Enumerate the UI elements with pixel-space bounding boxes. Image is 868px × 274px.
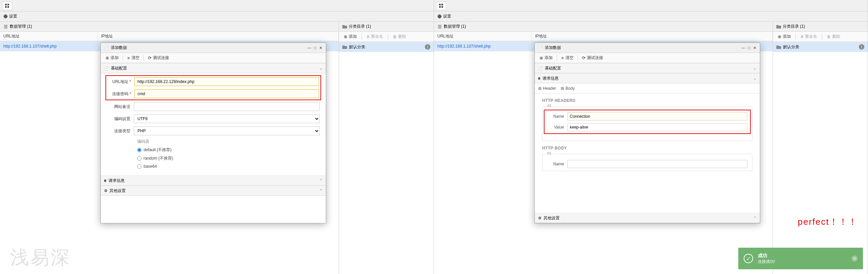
grid-view-button[interactable]	[2, 1, 12, 10]
input-password[interactable]	[134, 89, 319, 98]
row-encoding: 编码设置 UTF8	[107, 114, 320, 123]
category-pane: 分类目录 (1) 添加 A重命名 🗑删除 默认分类 1	[339, 22, 434, 274]
folder-icon	[342, 45, 347, 49]
input-url[interactable]	[134, 77, 319, 86]
settings-bar[interactable]: 设置	[0, 11, 434, 22]
plus-icon	[105, 55, 109, 60]
toolbar-add[interactable]: 添加	[537, 54, 555, 62]
toolbar-add[interactable]: 添加	[103, 54, 121, 62]
close-button[interactable]: ✕	[319, 46, 322, 50]
plus-icon	[344, 34, 347, 39]
edge-icon	[538, 76, 540, 81]
encoder-title: 编码器	[137, 139, 320, 144]
row-type: 连接类型 PHP	[107, 127, 320, 135]
input-header-value[interactable]	[567, 123, 747, 131]
dialog-titlebar[interactable]: 添加数据 — □ ✕	[101, 43, 326, 53]
col-url[interactable]: URL地址	[0, 32, 98, 41]
label-password: 连接密码*	[107, 91, 134, 97]
toolbar-test[interactable]: 测试连接	[145, 54, 172, 62]
minimize-button[interactable]: —	[741, 46, 745, 50]
folder-name: 默认分类	[349, 44, 365, 50]
fieldset-header-1: Name Value	[542, 106, 752, 141]
section-other[interactable]: 其他设置 ⌃	[101, 186, 326, 196]
minimize-button[interactable]: —	[307, 46, 311, 50]
toolbar-clear[interactable]: 清空	[558, 54, 576, 62]
select-type[interactable]: PHP	[134, 127, 320, 135]
rename-button[interactable]: A重命名	[364, 33, 386, 41]
tab-header[interactable]: ⊞Header	[538, 84, 556, 93]
col-ip[interactable]: IP地址	[532, 32, 773, 41]
rename-button[interactable]: A重命名	[798, 33, 820, 41]
input-note[interactable]	[134, 102, 320, 111]
maximize-button[interactable]: □	[314, 46, 316, 50]
settings-bar[interactable]: 设置	[434, 11, 868, 22]
category-actions: 添加 A重命名 🗑删除	[339, 32, 434, 42]
toast-text: 成功 连接成功!	[758, 253, 775, 265]
fieldset-body-1: Name	[542, 154, 752, 171]
section-request[interactable]: 请求信息 ⌃	[101, 175, 326, 186]
row-body-name: Name	[547, 160, 747, 168]
svg-rect-5	[441, 4, 443, 5]
row-name: Name	[547, 112, 747, 120]
label-type: 连接类型	[107, 128, 134, 134]
label-name: Name	[547, 114, 567, 119]
folder-row[interactable]: 默认分类 1	[773, 42, 868, 52]
table-header: URL地址 IP地址	[0, 32, 339, 41]
cell-url: http://192.168.1.107/shell.php	[434, 41, 532, 51]
radio-default[interactable]: default (不推荐)	[137, 147, 320, 153]
document-icon	[104, 66, 109, 71]
highlight-box: Name Value	[544, 110, 751, 134]
section-basic[interactable]: 基础配置 ⌄	[535, 63, 760, 73]
section-request[interactable]: 请求信息 ⌄	[535, 73, 760, 83]
toolbar-clear[interactable]: 清空	[124, 54, 142, 62]
dialog-titlebar[interactable]: 添加数据 — □ ✕	[535, 43, 760, 53]
select-encoding[interactable]: UTF8	[134, 114, 320, 123]
window-controls: — □ ✕	[307, 46, 322, 50]
http-headers-title: HTTP HEADERS	[542, 98, 752, 103]
maximize-button[interactable]: □	[748, 46, 750, 50]
folder-row[interactable]: 默认分类 1	[339, 42, 434, 52]
settings-label: 设置	[9, 13, 17, 19]
trash-icon: 🗑	[393, 34, 397, 39]
input-body-name[interactable]	[567, 160, 747, 168]
toast-subtitle: 连接成功!	[758, 259, 775, 265]
svg-rect-0	[5, 4, 7, 5]
col-ip[interactable]: IP地址	[98, 32, 339, 41]
tab-body[interactable]: ⊞Body	[561, 84, 575, 93]
highlight-box: URL地址* 连接密码*	[105, 75, 321, 100]
category-title: 分类目录 (1)	[783, 24, 805, 29]
data-mgmt-title: 数据管理 (1)	[444, 24, 466, 29]
top-toolbar	[434, 0, 868, 11]
section-other[interactable]: 其他设置 ⌃	[535, 213, 760, 223]
delete-button[interactable]: 🗑删除	[390, 33, 409, 41]
request-tabs: ⊞Header ⊞Body	[535, 83, 760, 93]
toolbar-test[interactable]: 测试连接	[579, 54, 606, 62]
folder-name: 默认分类	[783, 44, 799, 50]
category-pane: 分类目录 (1) 添加 A重命名 🗑删除 默认分类 1	[773, 22, 868, 274]
data-pane-header: 数据管理 (1)	[434, 22, 773, 32]
category-title: 分类目录 (1)	[349, 24, 371, 29]
toast-close-button[interactable]: ✕	[851, 255, 858, 262]
list-icon	[437, 24, 442, 29]
svg-rect-3	[7, 6, 9, 8]
plus-icon	[778, 34, 781, 39]
folder-icon	[342, 25, 347, 29]
col-url[interactable]: URL地址	[434, 32, 532, 41]
check-icon: ✓	[744, 254, 753, 263]
add-button[interactable]: 添加	[775, 33, 794, 41]
grid-view-button[interactable]	[436, 1, 446, 10]
svg-rect-4	[439, 4, 441, 5]
cog-icon	[104, 188, 107, 193]
settings-label: 设置	[443, 13, 451, 19]
delete-button[interactable]: 🗑删除	[824, 33, 843, 41]
add-button[interactable]: 添加	[341, 33, 360, 41]
divider	[388, 34, 388, 40]
row-password: 连接密码*	[107, 89, 319, 98]
radio-base64[interactable]: base64	[137, 164, 320, 169]
label-value: Value	[547, 125, 567, 130]
close-button[interactable]: ✕	[753, 46, 756, 50]
radio-random[interactable]: random (不推荐)	[137, 156, 320, 161]
input-header-name[interactable]	[567, 112, 747, 120]
list-icon	[3, 24, 8, 29]
section-basic[interactable]: 基础配置 ⌄	[101, 63, 326, 73]
